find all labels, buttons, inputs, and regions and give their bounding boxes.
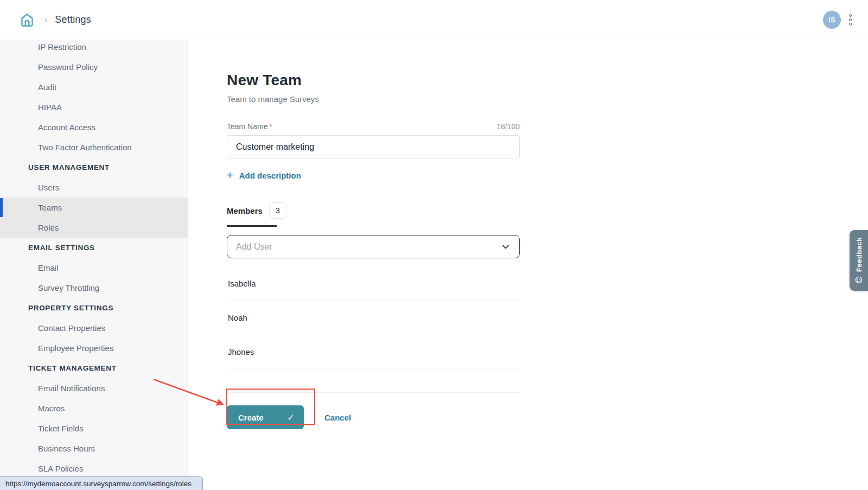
add-user-placeholder: Add User: [236, 242, 272, 252]
tab-members[interactable]: Members 3: [227, 202, 286, 219]
sidebar-item-roles[interactable]: Roles: [0, 218, 188, 238]
avatar[interactable]: IS: [823, 11, 841, 29]
sidebar-section-ticket-management: TICKET MANAGEMENT: [0, 358, 188, 378]
sidebar-section-email-settings: EMAIL SETTINGS: [0, 238, 188, 258]
member-row[interactable]: Jhones: [227, 334, 520, 368]
members-count-badge: 3: [269, 202, 286, 219]
kebab-dot: [849, 23, 852, 26]
add-user-select[interactable]: Add User: [227, 235, 520, 258]
sidebar-item-ip-restriction[interactable]: IP Restriction: [0, 40, 188, 57]
kebab-dot: [849, 18, 852, 21]
sidebar-item-business-hours[interactable]: Business Hours: [0, 438, 188, 459]
home-icon: [18, 11, 36, 29]
sidebar-item-users[interactable]: Users: [0, 177, 188, 198]
active-tab-indicator: [227, 225, 277, 227]
sidebar-item-email[interactable]: Email: [0, 258, 188, 278]
create-button-label: Create: [238, 413, 264, 422]
sidebar-section-user-management: USER MANAGEMENT: [0, 157, 188, 177]
sidebar-item-hipaa[interactable]: HIPAA: [0, 97, 188, 117]
selected-indicator-bar: [0, 198, 3, 217]
page-subtitle: Team to manage Surveys: [227, 94, 520, 104]
team-name-label-text: Team Name: [227, 122, 267, 131]
feedback-label: Feedback: [855, 237, 863, 272]
member-row[interactable]: Isabella: [227, 266, 520, 300]
form-actions: Create ✓ Cancel: [227, 405, 520, 429]
kebab-menu-icon[interactable]: [847, 12, 854, 28]
plus-icon: +: [227, 170, 233, 181]
sidebar-item-employee-properties[interactable]: Employee Properties: [0, 338, 188, 358]
sidebar-item-teams[interactable]: Teams: [0, 198, 188, 218]
breadcrumb-chevron-icon: ›: [44, 15, 47, 25]
check-icon: ✓: [288, 412, 295, 423]
char-counter: 18/100: [496, 122, 520, 131]
sidebar-item-email-notifications[interactable]: Email Notifications: [0, 378, 188, 398]
sidebar-item-contact-properties[interactable]: Contact Properties: [0, 318, 188, 338]
members-tabs: Members 3: [227, 202, 520, 226]
feedback-tab[interactable]: Feedback: [850, 230, 868, 291]
add-description-label: Add description: [239, 171, 301, 180]
sidebar-item-sla-policies[interactable]: SLA Policies: [0, 459, 188, 479]
sidebar-item-password-policy[interactable]: Password Policy: [0, 57, 188, 77]
required-asterisk: *: [269, 122, 272, 131]
member-row[interactable]: Noah: [227, 300, 520, 334]
sidebar-item-ticket-fields[interactable]: Ticket Fields: [0, 418, 188, 438]
smiley-icon: [855, 276, 863, 284]
chevron-down-icon: [501, 242, 510, 252]
home-button[interactable]: [18, 11, 36, 29]
settings-sidebar: IP Restriction Password Policy Audit HIP…: [0, 40, 188, 490]
create-button[interactable]: Create ✓: [227, 405, 304, 429]
sidebar-item-account-access[interactable]: Account Access: [0, 117, 188, 137]
member-list: Isabella Noah Jhones: [227, 266, 520, 393]
cancel-link[interactable]: Cancel: [324, 413, 351, 422]
tab-members-label: Members: [227, 206, 263, 215]
browser-status-bar: https://mydemoaccount.surveysparrow.com/…: [0, 476, 203, 490]
sidebar-item-two-factor-authentication[interactable]: Two Factor Authentication: [0, 137, 188, 157]
top-header: › Settings IS: [0, 0, 868, 40]
breadcrumb[interactable]: Settings: [55, 14, 91, 26]
page-title: New Team: [227, 72, 520, 89]
kebab-dot: [849, 14, 852, 17]
add-description-link[interactable]: + Add description: [227, 170, 301, 181]
team-name-label: Team Name*: [227, 122, 272, 131]
status-url: https://mydemoaccount.surveysparrow.com/…: [5, 480, 192, 488]
new-team-form: New Team Team to manage Surveys Team Nam…: [227, 40, 520, 429]
sidebar-item-macros[interactable]: Macros: [0, 398, 188, 418]
app-window: › Settings IS IP Restriction Password Po…: [0, 0, 868, 490]
member-list-footer-divider: [227, 368, 520, 393]
sidebar-item-survey-throttling[interactable]: Survey Throttling: [0, 278, 188, 298]
sidebar-item-label: Teams: [38, 203, 62, 212]
sidebar-item-audit[interactable]: Audit: [0, 77, 188, 97]
sidebar-section-property-settings: PROPERTY SETTINGS: [0, 298, 188, 318]
team-name-input[interactable]: [227, 135, 520, 158]
